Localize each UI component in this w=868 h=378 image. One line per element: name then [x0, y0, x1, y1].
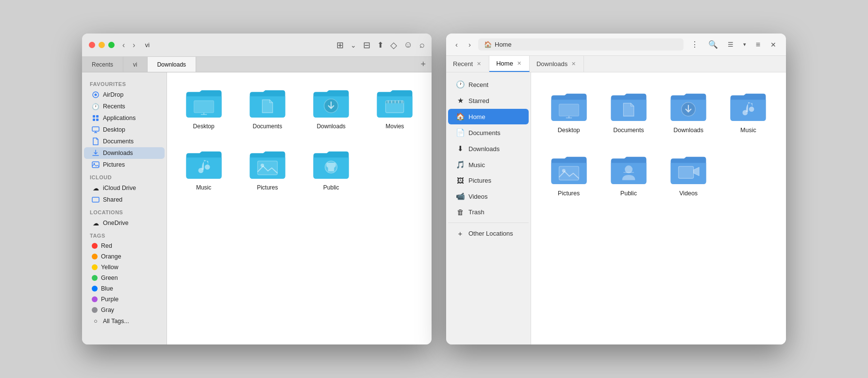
folder-documents[interactable]: Documents — [240, 82, 294, 134]
sidebar-item-music[interactable]: 🎵 Music — [448, 157, 529, 172]
sidebar-section-favourites: Favourites — [82, 77, 167, 89]
sidebar-item-recent[interactable]: 🕐 Recent — [448, 77, 529, 92]
search-button[interactable]: 🔍 — [705, 38, 721, 51]
tab-recent[interactable]: Recent ✕ — [446, 56, 489, 72]
sidebar-item-recents[interactable]: 🕐 Recents — [84, 101, 165, 112]
tab-home-close[interactable]: ✕ — [516, 60, 522, 67]
sidebar-tag-blue[interactable]: Blue — [84, 283, 165, 294]
search-icon[interactable]: ⌕ — [419, 40, 425, 50]
sidebar-item-icloud-drive[interactable]: ☁ iCloud Drive — [84, 182, 165, 194]
sidebar-tag-orange[interactable]: Orange — [84, 251, 165, 262]
documents-icon: 📄 — [456, 128, 465, 137]
yellow-tag-dot — [92, 264, 98, 270]
finder-window: ‹ › vi ⊞ ⌄ ⊟ ⬆ ◇ ☺ ⌕ Recents vi Download… — [82, 34, 432, 344]
sidebar-tag-yellow[interactable]: Yellow — [84, 262, 165, 273]
desktop-folder-label: Desktop — [558, 127, 580, 134]
folder-desktop[interactable]: Desktop — [543, 84, 595, 139]
sidebar-item-desktop[interactable]: Desktop — [84, 124, 165, 136]
desktop-icon — [92, 126, 100, 134]
tab-vi[interactable]: vi — [123, 57, 148, 72]
pictures-icon: 🖼 — [456, 176, 465, 185]
close-button[interactable] — [89, 42, 95, 48]
sidebar-item-videos[interactable]: 📹 Videos — [448, 189, 529, 204]
sidebar-item-onedrive[interactable]: ☁ OneDrive — [84, 217, 165, 229]
path-bar[interactable]: 🏠 Home — [478, 38, 684, 51]
sidebar-item-downloads[interactable]: ⬇ Downloads — [448, 141, 529, 156]
music-folder-icon — [729, 90, 768, 123]
view-list-icon[interactable]: ⌄ — [351, 41, 356, 49]
tab-recent-close[interactable]: ✕ — [476, 61, 482, 67]
maximize-button[interactable] — [108, 42, 115, 48]
videos-folder-icon — [669, 153, 708, 186]
sidebar-item-downloads[interactable]: Downloads — [84, 147, 165, 159]
tab-downloads[interactable]: Downloads ✕ — [530, 56, 584, 72]
public-folder-label: Public — [323, 184, 339, 191]
folder-pictures[interactable]: Pictures — [543, 147, 595, 203]
folder-public[interactable]: Public — [304, 143, 358, 195]
tab-add-button[interactable]: + — [415, 57, 432, 72]
documents-folder-icon — [247, 86, 288, 120]
onedrive-icon: ☁ — [92, 219, 100, 227]
folder-grid: Desktop Documents — [177, 82, 422, 195]
folder-desktop[interactable]: Desktop — [177, 82, 231, 134]
sidebar-item-airdrop[interactable]: AirDrop — [84, 89, 165, 101]
share-icon[interactable]: ⬆ — [377, 40, 384, 50]
minimize-button[interactable] — [99, 42, 105, 48]
sidebar-item-other-locations[interactable]: + Other Locations — [448, 226, 529, 241]
folder-pictures[interactable]: Pictures — [240, 143, 294, 195]
sidebar-item-pictures[interactable]: Pictures — [84, 159, 165, 171]
sidebar-tag-gray[interactable]: Gray — [84, 305, 165, 315]
sidebar-item-home[interactable]: 🏠 Home — [448, 109, 529, 124]
folder-music[interactable]: Music — [722, 84, 774, 139]
tab-downloads[interactable]: Downloads — [148, 57, 196, 72]
sidebar-item-pictures[interactable]: 🖼 Pictures — [448, 173, 529, 188]
forward-button[interactable]: › — [465, 38, 474, 51]
hamburger-button[interactable]: ≡ — [752, 38, 764, 51]
emoji-icon[interactable]: ☺ — [404, 40, 413, 50]
view-grid-icon[interactable]: ⊞ — [336, 40, 344, 51]
folder-public[interactable]: Public — [602, 147, 654, 203]
files-content: Desktop Documents — [531, 72, 786, 344]
view-dropdown-button[interactable]: ▾ — [740, 39, 750, 50]
sidebar-tag-red[interactable]: Red — [84, 241, 165, 251]
back-button[interactable]: ‹ — [452, 38, 461, 51]
sidebar-tag-purple[interactable]: Purple — [84, 294, 165, 305]
tab-downloads-close[interactable]: ✕ — [570, 61, 577, 67]
group-icon[interactable]: ⊟ — [363, 40, 370, 51]
folder-downloads[interactable]: Downloads — [663, 84, 715, 139]
back-button[interactable]: ‹ — [119, 40, 128, 51]
svg-rect-6 — [92, 127, 99, 131]
folder-videos[interactable]: Videos — [663, 147, 715, 203]
svg-point-34 — [749, 106, 754, 112]
sidebar-item-documents[interactable]: Documents — [84, 136, 165, 147]
tag-icon[interactable]: ◇ — [390, 40, 397, 51]
folder-downloads[interactable]: Downloads — [304, 82, 358, 134]
sidebar-item-shared[interactable]: Shared — [84, 194, 165, 206]
menu-button[interactable]: ⋮ — [687, 38, 702, 51]
sidebar-tag-all[interactable]: ○ All Tags... — [84, 315, 165, 327]
folder-documents[interactable]: Documents — [602, 84, 654, 139]
sidebar-tag-green[interactable]: Green — [84, 273, 165, 283]
pictures-folder-icon — [247, 147, 288, 181]
folder-music[interactable]: Music — [177, 143, 231, 195]
navigation-controls: ‹ › — [119, 40, 138, 51]
sidebar-item-documents[interactable]: 📄 Documents — [448, 125, 529, 140]
sidebar-item-starred[interactable]: ★ Starred — [448, 93, 529, 108]
view-list-button[interactable]: ☰ — [724, 39, 737, 50]
window-close-button[interactable]: ✕ — [767, 39, 780, 51]
sidebar-item-applications[interactable]: Applications — [84, 112, 165, 124]
tab-recents[interactable]: Recents — [82, 57, 123, 72]
sidebar-section-tags: Tags — [82, 229, 167, 241]
all-tags-icon: ○ — [92, 317, 100, 325]
recents-icon: 🕐 — [92, 103, 100, 110]
tab-home[interactable]: Home ✕ — [489, 56, 530, 72]
folder-movies[interactable]: Movies — [368, 82, 422, 134]
home-path-icon: 🏠 — [484, 41, 492, 48]
sidebar-item-trash[interactable]: 🗑 Trash — [448, 205, 529, 220]
forward-button[interactable]: › — [130, 40, 138, 51]
finder-content: Desktop Documents — [167, 72, 432, 344]
files-folder-grid: Desktop Documents — [543, 84, 774, 203]
starred-icon: ★ — [456, 96, 465, 105]
traffic-lights — [89, 42, 115, 48]
public-folder-icon — [609, 153, 648, 186]
